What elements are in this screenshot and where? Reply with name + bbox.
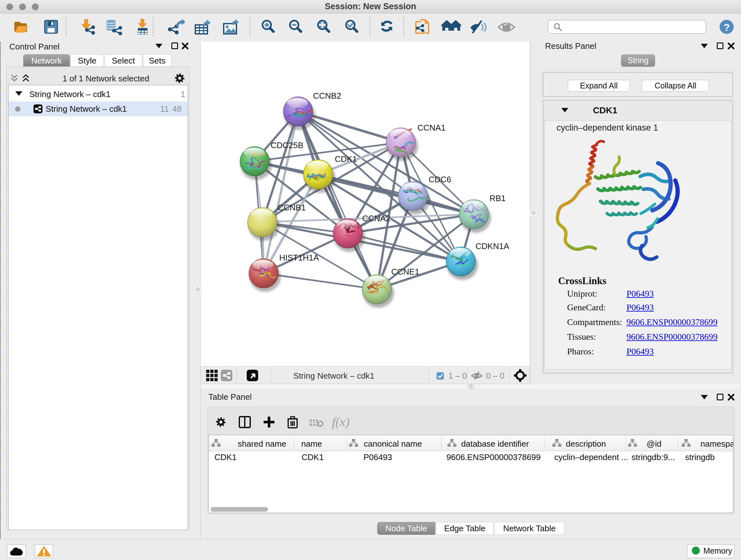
svg-text:RB1: RB1 [489, 193, 506, 203]
svg-text:CCNB2: CCNB2 [313, 91, 341, 101]
svg-text:CCNB1: CCNB1 [278, 203, 306, 212]
svg-text:CDC6: CDC6 [428, 175, 451, 184]
svg-text:CCNE1: CCNE1 [391, 267, 419, 276]
svg-text:CCNA2: CCNA2 [362, 213, 390, 223]
svg-text:CDKN1A: CDKN1A [475, 241, 509, 251]
svg-text:CDC25B: CDC25B [271, 140, 304, 150]
svg-text:CDK1: CDK1 [335, 154, 357, 164]
svg-text:HIST1H1A: HIST1H1A [279, 253, 319, 262]
svg-text:CCNA1: CCNA1 [417, 123, 446, 132]
svg-text:?: ? [724, 22, 730, 33]
